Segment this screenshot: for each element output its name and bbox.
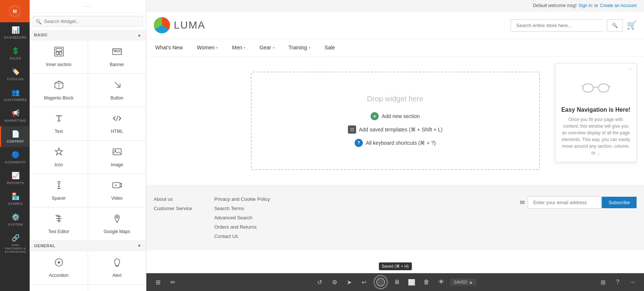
settings-button[interactable]: ⚙ <box>329 276 341 288</box>
main-action-button[interactable] <box>373 275 388 290</box>
nav-label: What's New <box>155 45 183 50</box>
footer-orders-returns[interactable]: Orders and Returns <box>214 224 270 230</box>
content-icon: 📄 <box>11 130 20 138</box>
widget-video[interactable]: Video <box>88 174 146 207</box>
store-preview: Default welcome msg! Sign In or Create a… <box>146 0 644 273</box>
add-section-action[interactable]: + Add new section <box>371 112 420 120</box>
widget-filter-list[interactable]: Filter List <box>88 284 146 291</box>
banner-icon <box>112 46 122 59</box>
sidebar-item-customers[interactable]: 👥 CUSTOMERS <box>0 85 30 105</box>
widget-label: Icon <box>54 162 63 167</box>
undo-button[interactable]: ↩ <box>358 276 370 288</box>
stores-icon: 🏪 <box>11 192 20 200</box>
main-area: Default welcome msg! Sign In or Create a… <box>146 0 644 291</box>
nav-women[interactable]: Women ▾ <box>195 39 219 56</box>
basic-section-label: BASIC <box>34 33 48 37</box>
sidebar-item-reports[interactable]: 📈 REPORTS <box>0 168 30 189</box>
widget-html[interactable]: HTML <box>88 107 146 140</box>
widget-alert[interactable]: Alert <box>88 251 146 284</box>
luma-logo[interactable]: LUMA <box>154 17 206 33</box>
navigate-button[interactable]: ➤ <box>343 276 355 288</box>
widget-google-maps[interactable]: Google Maps <box>88 207 146 241</box>
widget-text-editor[interactable]: Text Editor <box>30 207 88 241</box>
widget-banner[interactable]: Banner <box>88 40 146 73</box>
nav-sale[interactable]: Sale <box>323 39 336 56</box>
widget-accordion[interactable]: Accordion <box>30 251 88 284</box>
sidebar-item-system[interactable]: ⚙️ SYSTEM <box>0 209 30 230</box>
basic-widget-grid: Inner section Banner Magent <box>30 40 146 241</box>
widget-search-wrapper: 🔍 <box>30 13 146 30</box>
sidebar-item-extensions[interactable]: 🔗 FIND PARTNERS & EXTENSIONS <box>0 230 30 257</box>
system-icon: ⚙️ <box>11 213 20 221</box>
delete-button[interactable]: 🗑 <box>421 276 432 288</box>
sidebar-item-label: FIND PARTNERS & EXTENSIONS <box>3 243 28 254</box>
widget-text[interactable]: Text <box>30 107 88 140</box>
create-account-link[interactable]: Create an Account <box>600 3 637 8</box>
store-search-input[interactable] <box>511 19 603 32</box>
frame-button[interactable]: ⬜ <box>406 276 418 288</box>
widget-label: Inner section <box>46 62 72 67</box>
sidebar-item-label: CONTENT <box>7 140 24 143</box>
nav-gear[interactable]: Gear ▾ <box>258 39 276 56</box>
widget-icon[interactable]: Icon <box>30 140 88 174</box>
more-options-icon[interactable]: ··· <box>628 66 633 72</box>
sidebar-item-marketing[interactable]: 📢 MARKETING <box>0 105 30 126</box>
cart-icon[interactable]: 🛒 <box>627 20 637 30</box>
basic-section-header[interactable]: BASIC ▲ <box>30 30 146 40</box>
sign-in-link[interactable]: Sign In <box>578 3 592 8</box>
nav-men[interactable]: Men ▾ <box>230 39 247 56</box>
sidebar-item-label: DASHBOARD <box>4 36 27 39</box>
refresh-button[interactable]: ↺ <box>314 276 326 288</box>
widget-magento-block[interactable]: Magento Block <box>30 73 88 107</box>
add-section-label: Add new section <box>382 113 420 119</box>
sidebar-item-stores[interactable]: 🏪 STORES <box>0 189 30 209</box>
nav-training[interactable]: Training ▾ <box>287 39 312 56</box>
keyboard-shortcuts-btn[interactable]: ? <box>355 139 363 147</box>
drop-zone[interactable]: Drop widget here + Add new section ⊡ Add… <box>251 72 540 170</box>
store-search-button[interactable]: 🔍 <box>607 19 623 32</box>
chevron-down-icon: ▾ <box>273 46 275 50</box>
grid-view-button[interactable]: ⊞ <box>152 276 164 288</box>
widget-button[interactable]: Button <box>88 73 146 107</box>
exit-button[interactable]: → <box>627 276 638 288</box>
sidebar-item-sales[interactable]: 💲 SALES <box>0 43 30 64</box>
footer-advanced-search[interactable]: Advanced Search <box>214 215 270 220</box>
sales-icon: 💲 <box>11 47 20 55</box>
footer-contact-us[interactable]: Contact Us <box>214 233 270 239</box>
add-section-btn[interactable]: + <box>371 112 379 120</box>
desktop-view-button[interactable]: 🖥 <box>391 276 403 288</box>
sidebar-item-label: STORES <box>8 202 23 206</box>
footer-customer-service[interactable]: Customer Service <box>154 206 192 211</box>
keyboard-shortcuts-action[interactable]: ? All keyboard shortcuts (⌘ + ?) <box>355 139 436 147</box>
sidebar-item-catalog[interactable]: 🏷️ CATALOG <box>0 64 30 85</box>
widget-inner-section[interactable]: Inner section <box>30 40 88 73</box>
saved-label: SAVED <box>454 280 467 284</box>
store-logo-bar: LUMA 🔍 🛒 <box>146 12 644 39</box>
widget-label: Video <box>111 196 122 201</box>
footer-search-terms[interactable]: Search Terms <box>214 206 270 211</box>
edit-button[interactable]: ✏ <box>167 276 179 288</box>
grid-settings-button[interactable]: ⊞ <box>597 276 609 288</box>
sidebar-item-goomento[interactable]: 🔵 GOOMENTO <box>0 147 30 168</box>
sidebar-item-dashboard[interactable]: 📊 DASHBOARD <box>0 22 30 43</box>
footer-privacy[interactable]: Privacy and Cookie Policy <box>214 196 270 202</box>
nav-whats-new[interactable]: What's New <box>154 39 184 56</box>
newsletter-email-input[interactable] <box>528 196 602 209</box>
admin-logo[interactable]: M <box>0 0 30 22</box>
widget-spacer[interactable]: Spacer <box>30 174 88 207</box>
widget-audio[interactable]: Audio <box>30 284 88 291</box>
general-section-header[interactable]: GENERAL ▼ <box>30 241 146 251</box>
add-templates-action[interactable]: ⊡ Add saved templates (⌘ + Shift + L) <box>348 125 443 134</box>
saved-caret: ▲ <box>469 280 473 284</box>
widget-label: HTML <box>111 129 123 134</box>
footer-about-us[interactable]: About us <box>154 196 192 202</box>
widget-search-input[interactable] <box>33 16 143 27</box>
help-button[interactable]: ? <box>612 276 624 288</box>
sidebar-item-label: GOOMENTO <box>5 160 26 164</box>
widget-image[interactable]: Image <box>88 140 146 174</box>
add-templates-btn[interactable]: ⊡ <box>348 125 356 134</box>
subscribe-button[interactable]: Subscribe <box>602 197 637 208</box>
sidebar-item-content[interactable]: 📄 CONTENT <box>0 126 30 147</box>
preview-button[interactable]: 👁 <box>435 276 447 288</box>
alert-icon <box>112 257 122 270</box>
